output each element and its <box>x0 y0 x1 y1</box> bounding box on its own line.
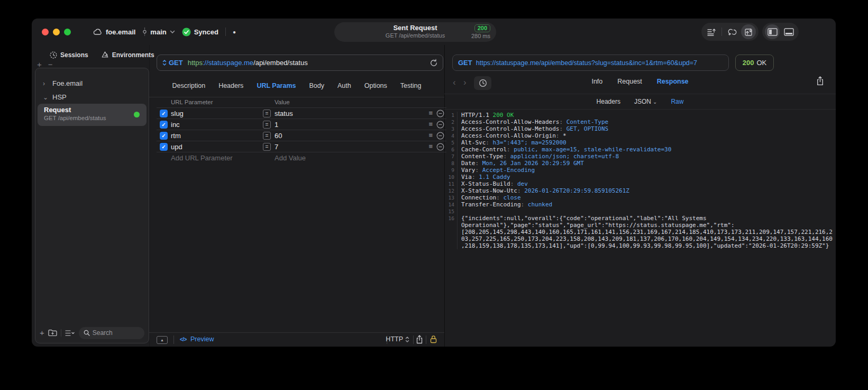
param-value-field[interactable]: status <box>275 110 293 117</box>
tab-testing[interactable]: Testing <box>400 82 422 89</box>
search-icon <box>84 330 90 336</box>
param-row-rtm: ✓ rtm = 60 ≡ <box>157 130 446 141</box>
row-menu-icon[interactable]: ≡ <box>428 109 433 117</box>
sessions-panel: › Foe.email ⌄ HSP Request GET /api/embed… <box>35 68 149 343</box>
minimize-button[interactable] <box>53 29 60 35</box>
sort-export-button[interactable] <box>704 24 719 39</box>
equals-icon: = <box>263 121 271 129</box>
new-folder-icon[interactable] <box>48 329 57 337</box>
url-field[interactable]: https://statuspage.me/api/embed/status <box>188 59 308 67</box>
line-number: 4 <box>444 132 458 139</box>
chevron-down-icon: ⌄ <box>43 94 48 101</box>
fullscreen-button[interactable] <box>64 29 71 35</box>
subtab-raw[interactable]: Raw <box>671 98 683 105</box>
sidebar-item-request[interactable]: Request GET /api/embed/status <box>38 104 147 126</box>
add-request-button[interactable]: + <box>40 329 44 337</box>
response-status-text: OK <box>756 59 766 67</box>
group-options-icon[interactable] <box>65 330 75 337</box>
line-number: 2 <box>444 119 458 125</box>
line-content: Access-Control-Allow-Methods: GET, OPTIO… <box>458 125 836 132</box>
tree-group-foe-email[interactable]: › Foe.email <box>43 79 83 87</box>
tree-group-label: HSP <box>52 93 67 101</box>
remove-row-icon[interactable] <box>436 143 444 151</box>
protocol-select[interactable]: HTTP <box>386 335 409 343</box>
cloud-icon <box>93 28 103 35</box>
lock-icon[interactable] <box>430 335 437 343</box>
resend-icon[interactable] <box>430 59 437 67</box>
close-button[interactable] <box>42 29 49 35</box>
branch-selector[interactable]: main <box>142 28 175 36</box>
param-checkbox[interactable]: ✓ <box>160 121 168 129</box>
share-icon[interactable] <box>416 335 423 344</box>
titlebar-left: foe.email main Synced ● <box>93 19 236 45</box>
param-checkbox[interactable]: ✓ <box>160 143 168 151</box>
titlebar-divider <box>225 28 226 36</box>
row-menu-icon[interactable]: ≡ <box>428 120 433 128</box>
tree-group-hsp[interactable]: ⌄ HSP <box>43 93 67 101</box>
sync-label: Synced <box>194 28 218 36</box>
param-value-field[interactable]: 1 <box>275 121 278 129</box>
subtab-headers[interactable]: Headers <box>597 98 620 105</box>
param-name-field[interactable]: inc <box>171 121 180 129</box>
tab-headers[interactable]: Headers <box>218 82 243 89</box>
tab-info[interactable]: Info <box>591 78 602 85</box>
param-checkbox[interactable]: ✓ <box>160 132 168 140</box>
url-path: /api/embed/status <box>253 59 308 67</box>
equals-icon: = <box>263 132 271 140</box>
footer-divider <box>413 335 414 344</box>
param-value-field[interactable]: 7 <box>275 143 278 151</box>
param-name-field[interactable]: slug <box>171 110 184 117</box>
tab-options[interactable]: Options <box>364 82 387 89</box>
response-url-bar[interactable]: GET https://statuspage.me/api/embed/stat… <box>452 55 729 71</box>
tab-url-params[interactable]: URL Params <box>257 82 296 89</box>
response-status-badge: 200 OK <box>735 55 774 71</box>
toggle-sidebar-button[interactable] <box>765 24 780 39</box>
toggle-bottom-panel-button[interactable] <box>781 24 796 39</box>
line-content: Cache-Control: public, max-age=15, stale… <box>458 146 836 153</box>
export-response-icon[interactable] <box>816 76 824 86</box>
tab-description[interactable]: Description <box>172 82 206 89</box>
import-export-button[interactable] <box>741 24 756 39</box>
code-line: 6Cache-Control: public, max-age=15, stal… <box>444 146 836 153</box>
line-content: Connection: close <box>458 194 836 201</box>
line-content: Date: Mon, 26 Jan 2026 20:29:59 GMT <box>458 160 836 167</box>
row-menu-icon[interactable]: ≡ <box>428 142 433 150</box>
param-checkbox[interactable]: ✓ <box>160 110 168 117</box>
tab-environments[interactable]: Environments <box>101 51 154 59</box>
column-header-value: Value <box>275 99 290 105</box>
method-select[interactable]: GET <box>169 59 183 67</box>
tab-request[interactable]: Request <box>617 78 642 85</box>
param-value-field[interactable]: 60 <box>275 132 282 140</box>
preview-label: Preview <box>190 335 214 343</box>
expand-panel-button[interactable]: ▲ <box>157 336 168 344</box>
line-number: 13 <box>444 194 458 201</box>
row-menu-icon[interactable]: ≡ <box>428 131 433 139</box>
tab-sessions[interactable]: Sessions <box>50 51 88 59</box>
tab-auth[interactable]: Auth <box>337 82 351 89</box>
search-input[interactable]: Search <box>79 327 144 339</box>
add-value-field[interactable]: Add Value <box>275 154 306 162</box>
tree-group-label: Foe.email <box>52 79 83 87</box>
check-icon: ✓ <box>161 133 166 139</box>
tab-body[interactable]: Body <box>309 82 324 89</box>
preview-button[interactable]: </> Preview <box>180 335 214 343</box>
code-line: 4Access-Control-Allow-Origin: * <box>444 132 836 139</box>
sync-status[interactable]: Synced <box>182 28 218 37</box>
loops-icon <box>727 28 737 36</box>
remove-row-icon[interactable] <box>436 121 444 129</box>
tab-response[interactable]: Response <box>657 78 689 85</box>
request-url-bar[interactable]: GET https://statuspage.me/api/embed/stat… <box>157 55 443 71</box>
sync-requests-button[interactable] <box>725 24 739 39</box>
line-number: 15 <box>444 208 458 215</box>
param-name-field[interactable]: upd <box>171 143 182 151</box>
line-content: Access-Control-Allow-Headers: Content-Ty… <box>458 119 836 125</box>
remove-row-icon[interactable] <box>436 110 444 117</box>
param-name-field[interactable]: rtm <box>171 132 181 140</box>
add-param-field[interactable]: Add URL Parameter <box>171 154 233 162</box>
line-content: Content-Type: application/json; charset=… <box>458 153 836 160</box>
project-menu[interactable]: foe.email <box>93 28 135 36</box>
request-summary-pill[interactable]: Sent Request GET /api/embed/status 200 2… <box>334 22 496 42</box>
subtab-json[interactable]: JSON ⌄ <box>634 98 657 105</box>
remove-row-icon[interactable] <box>436 132 444 140</box>
line-number: 8 <box>444 160 458 167</box>
